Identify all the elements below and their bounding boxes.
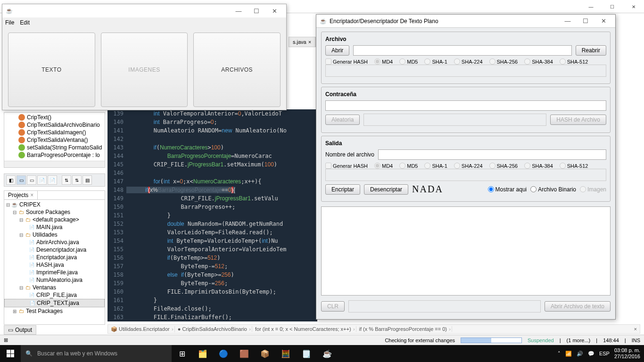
tree-folder[interactable]: ⊟🗀Utilidades (4, 231, 105, 239)
scrollbar[interactable] (4, 161, 105, 167)
texto-button[interactable]: TEXTO (8, 33, 95, 107)
tree-project[interactable]: ⊟☕CRIPEX (4, 201, 105, 208)
salida-generar-hash-checkbox[interactable]: Generar HASH (325, 163, 368, 169)
tray-volume-icon[interactable]: 🔊 (577, 351, 583, 357)
toolbar-button[interactable]: ▭ (17, 175, 26, 185)
toolbar-button[interactable]: ▭ (27, 175, 36, 185)
hash-archivo-button[interactable]: HASH de Archivo (550, 115, 606, 125)
imagenes-button[interactable]: IMAGENES (101, 33, 188, 107)
tray-chevron-icon[interactable]: ˄ (558, 351, 561, 357)
close-tab-icon[interactable]: × (30, 192, 33, 198)
hash-sha384-radio[interactable]: SHA-384 (524, 58, 553, 65)
code-editor[interactable]: int ValorTemporalAnterior=0,ValorLeidoT … (126, 109, 317, 321)
launcher-window[interactable]: ☕ — ☐ ✕ File Edit TEXTO IMAGENES ARCHIVO… (2, 4, 287, 110)
tree-folder[interactable]: ⊟🗀Source Packages (4, 208, 105, 216)
taskbar-app-icon[interactable]: 🟫 (234, 345, 255, 362)
tray-action-icon[interactable]: 💬 (588, 351, 594, 357)
imagen-radio[interactable]: Imagen (580, 186, 606, 193)
generar-hash-checkbox[interactable]: Generar HASH (325, 58, 368, 65)
salida-md5-radio[interactable]: MD5 (399, 163, 418, 169)
launcher-titlebar[interactable]: ☕ — ☐ ✕ (2, 4, 286, 17)
archivos-button[interactable]: ARCHIVOS (193, 33, 281, 107)
output-textarea[interactable] (321, 206, 611, 296)
contracena-input[interactable] (325, 100, 606, 111)
tray-lang[interactable]: ESP (599, 351, 610, 356)
member-item[interactable]: CripText() (4, 114, 105, 121)
tree-file-selected[interactable]: 📄CRIP_TEXT.java (4, 299, 105, 307)
member-item[interactable]: CripTextSalidaImagen() (4, 129, 105, 136)
salida-sha1-radio[interactable]: SHA-1 (424, 163, 447, 169)
task-view-icon[interactable]: ⊞ (172, 345, 192, 362)
maximize-icon[interactable]: ☐ (248, 5, 265, 17)
tree-folder[interactable]: ⊞🗀Test Packages (4, 307, 105, 315)
aleatoria-button[interactable]: Aleatoria (325, 115, 360, 125)
taskbar-search[interactable]: 🔍 Buscar en la web y en Windows (21, 345, 172, 362)
hash-md4-radio[interactable]: MD4 (374, 58, 393, 65)
minimize-icon[interactable]: — (580, 0, 602, 13)
reabrir-button[interactable]: Reabrir (576, 45, 606, 56)
menu-file[interactable]: File (5, 19, 14, 26)
salida-md4-radio[interactable]: MD4 (374, 163, 393, 169)
salida-sha224-radio[interactable]: SHA-224 (454, 163, 483, 169)
breadcrumb-item[interactable]: for (int x = 0; x < NumeroCaracteres; x+… (252, 326, 356, 332)
salida-sha384-radio[interactable]: SHA-384 (524, 163, 553, 169)
taskbar-app-icon[interactable]: 📦 (255, 345, 275, 362)
encriptador-window[interactable]: ☕ Encriptador/Desencriptador De Texto Pl… (316, 14, 616, 320)
status-more[interactable]: (1 more...) (567, 337, 591, 343)
archivo-binario-radio[interactable]: Archivo Binario (530, 186, 576, 193)
menu-edit[interactable]: Edit (20, 19, 30, 26)
tree-file[interactable]: 📄MAIN.java (4, 223, 105, 231)
taskbar-calc-icon[interactable]: 🧮 (275, 345, 296, 362)
desencriptar-button[interactable]: Desencriptar (364, 184, 408, 195)
tree-file[interactable]: 📄AbrirArchivo.java (4, 239, 105, 246)
nombre-archivo-input[interactable] (378, 149, 606, 160)
tree-folder[interactable]: ⊟🗀<default package> (4, 216, 105, 223)
close-icon[interactable]: ✕ (594, 15, 612, 27)
toolbar-button[interactable]: ⇅ (72, 175, 82, 185)
start-button[interactable] (0, 345, 21, 362)
tree-file[interactable]: 📄Desencriptador.java (4, 246, 105, 254)
breadcrumb-item[interactable]: ● CripBinSalidaArchivoBinario (175, 326, 252, 332)
abrir-button[interactable]: Abrir (325, 45, 349, 56)
hash-sha512-radio[interactable]: SHA-512 (560, 58, 588, 65)
encriptar-button[interactable]: Encriptar (325, 184, 360, 195)
clr-button[interactable]: CLR (321, 301, 345, 312)
mostrar-aqui-radio[interactable]: Mostrar aqui (488, 186, 527, 193)
tree-file[interactable]: 📄ImprimeFile.java (4, 269, 105, 276)
editor-tab[interactable]: s.java× (289, 37, 315, 47)
hash-sha256-radio[interactable]: SHA-256 (489, 58, 518, 65)
taskbar-java-icon[interactable]: ☕ (317, 345, 338, 362)
minimize-icon[interactable]: — (559, 15, 577, 27)
member-item[interactable]: setSalida(String FormatoSalid (4, 144, 105, 151)
tree-file[interactable]: 📄Encriptador.java (4, 254, 105, 261)
tree-folder[interactable]: ⊟🗀Ventanas (4, 284, 105, 291)
tree-file[interactable]: 📄HASH.java (4, 261, 105, 269)
hash-sha224-radio[interactable]: SHA-224 (454, 58, 483, 65)
taskbar-app-icon[interactable]: 🗒️ (296, 345, 317, 362)
close-icon[interactable]: ✕ (265, 5, 283, 17)
taskbar-explorer-icon[interactable]: 🗂️ (192, 345, 213, 362)
encriptador-titlebar[interactable]: ☕ Encriptador/Desencriptador De Texto Pl… (316, 15, 615, 28)
tree-file[interactable]: 📄CRIP_FILE.java (4, 291, 105, 299)
toolbar-button[interactable]: 📄 (48, 175, 57, 185)
maximize-icon[interactable]: ☐ (577, 15, 594, 27)
taskbar-chrome-icon[interactable]: 🔵 (213, 345, 234, 362)
taskbar-clock[interactable]: 03:08 p. m. 27/12/2016 (614, 347, 640, 360)
breadcrumb-item[interactable]: 📦 Utilidades.Encriptador (108, 326, 175, 332)
abrir-archivo-texto-button[interactable]: Abrir Archivo de texto (545, 301, 611, 312)
minimize-icon[interactable]: — (230, 5, 248, 17)
salida-sha256-radio[interactable]: SHA-256 (489, 163, 518, 169)
toolbar-button[interactable]: ◧ (6, 175, 16, 185)
member-item[interactable]: CripTextSalidaArchivoBinario (4, 121, 105, 129)
member-item[interactable]: CripTextSalidaVentana() (4, 136, 105, 144)
archivo-path-input[interactable] (353, 45, 571, 56)
maximize-icon[interactable]: ☐ (602, 0, 623, 13)
salida-sha512-radio[interactable]: SHA-512 (560, 163, 588, 169)
projects-tab[interactable]: Projects× (4, 191, 38, 199)
toolbar-button[interactable]: ▤ (83, 175, 92, 185)
toolbar-button[interactable]: 📄 (37, 175, 47, 185)
close-icon[interactable]: ✕ (623, 0, 644, 13)
toolbar-button[interactable]: ⇅ (62, 175, 71, 185)
close-tab-icon[interactable]: × (308, 39, 311, 45)
tree-file[interactable]: 📄NumAleatorio.java (4, 276, 105, 284)
